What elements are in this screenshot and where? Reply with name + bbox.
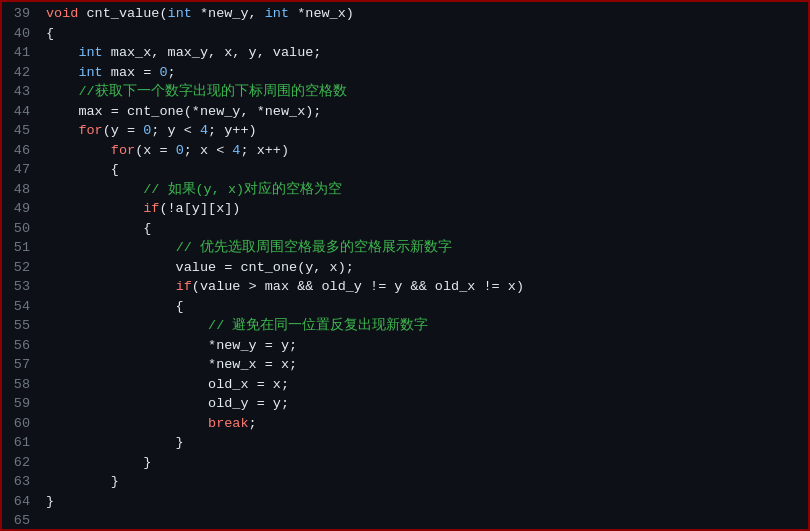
code-token: [46, 143, 111, 158]
line-number: 49: [6, 199, 30, 219]
code-line: {: [46, 160, 800, 180]
code-line: for(y = 0; y < 4; y++): [46, 121, 800, 141]
line-number: 45: [6, 121, 30, 141]
code-line: value = cnt_one(y, x);: [46, 258, 800, 278]
code-token: int: [78, 65, 102, 80]
code-line: *new_y = y;: [46, 336, 800, 356]
code-token: 0: [176, 143, 184, 158]
code-editor: 3940414243444546474849505152535455565758…: [0, 0, 810, 531]
code-token: old_x = x;: [46, 377, 289, 392]
code-token: *new_x): [289, 6, 354, 21]
code-token: int: [168, 6, 192, 21]
code-token: if: [176, 279, 192, 294]
code-token: (x =: [135, 143, 176, 158]
code-line: *new_x = x;: [46, 355, 800, 375]
line-number: 55: [6, 316, 30, 336]
line-number: 43: [6, 82, 30, 102]
line-number: 59: [6, 394, 30, 414]
code-token: *new_y,: [192, 6, 265, 21]
code-token: [46, 45, 78, 60]
line-number: 42: [6, 63, 30, 83]
line-number: 65: [6, 511, 30, 529]
code-token: (value > max && old_y != y && old_x != x…: [192, 279, 524, 294]
code-token: cnt_value(: [78, 6, 167, 21]
code-token: ; x++): [240, 143, 289, 158]
code-token: void: [46, 6, 78, 21]
code-token: ; y <: [151, 123, 200, 138]
code-line: old_y = y;: [46, 394, 800, 414]
code-token: //获取下一个数字出现的下标周围的空格数: [78, 84, 346, 99]
code-line: // 优先选取周围空格最多的空格展示新数字: [46, 238, 800, 258]
code-token: ; y++): [208, 123, 257, 138]
code-token: ;: [168, 65, 176, 80]
code-token: break: [208, 416, 249, 431]
line-number: 64: [6, 492, 30, 512]
code-line: if(!a[y][x]): [46, 199, 800, 219]
code-line: int max_x, max_y, x, y, value;: [46, 43, 800, 63]
code-token: *new_x = x;: [46, 357, 297, 372]
line-number: 53: [6, 277, 30, 297]
code-line: {: [46, 297, 800, 317]
code-token: {: [46, 221, 151, 236]
code-line: void cnt_value(int *new_y, int *new_x): [46, 4, 800, 24]
code-token: [46, 240, 176, 255]
line-number: 44: [6, 102, 30, 122]
code-line: int max = 0;: [46, 63, 800, 83]
line-number: 58: [6, 375, 30, 395]
code-token: ;: [249, 416, 257, 431]
code-line: }: [46, 433, 800, 453]
code-line: if(value > max && old_y != y && old_x !=…: [46, 277, 800, 297]
code-line: {: [46, 219, 800, 239]
code-token: value = cnt_one(y, x);: [46, 260, 354, 275]
code-token: }: [46, 455, 151, 470]
line-number: 50: [6, 219, 30, 239]
code-token: }: [46, 494, 54, 509]
code-token: for: [111, 143, 135, 158]
line-number: 39: [6, 4, 30, 24]
code-token: }: [46, 474, 119, 489]
code-token: max =: [103, 65, 160, 80]
code-token: (y =: [103, 123, 144, 138]
line-number: 56: [6, 336, 30, 356]
code-token: for: [78, 123, 102, 138]
code-line: for(x = 0; x < 4; x++): [46, 141, 800, 161]
code-token: {: [46, 299, 184, 314]
line-number: 41: [6, 43, 30, 63]
code-content[interactable]: void cnt_value(int *new_y, int *new_x){ …: [38, 2, 808, 529]
code-token: old_y = y;: [46, 396, 289, 411]
code-token: {: [46, 26, 54, 41]
code-token: [46, 318, 208, 333]
code-token: [46, 201, 143, 216]
code-line: // 避免在同一位置反复出现新数字: [46, 316, 800, 336]
code-token: if: [143, 201, 159, 216]
line-number: 62: [6, 453, 30, 473]
code-token: [46, 123, 78, 138]
code-line: //获取下一个数字出现的下标周围的空格数: [46, 82, 800, 102]
line-number: 51: [6, 238, 30, 258]
code-token: {: [46, 162, 119, 177]
code-token: [46, 65, 78, 80]
code-line: }: [46, 453, 800, 473]
code-line: old_x = x;: [46, 375, 800, 395]
line-number: 63: [6, 472, 30, 492]
line-number: 46: [6, 141, 30, 161]
code-line: max = cnt_one(*new_y, *new_x);: [46, 102, 800, 122]
code-token: [46, 182, 143, 197]
code-token: ; x <: [184, 143, 233, 158]
code-token: [46, 84, 78, 99]
code-line: }: [46, 492, 800, 512]
code-token: max = cnt_one(*new_y, *new_x);: [46, 104, 321, 119]
line-numbers: 3940414243444546474849505152535455565758…: [2, 2, 38, 529]
code-line: {: [46, 24, 800, 44]
line-number: 57: [6, 355, 30, 375]
line-number: 52: [6, 258, 30, 278]
code-line: // 如果(y, x)对应的空格为空: [46, 180, 800, 200]
code-token: *new_y = y;: [46, 338, 297, 353]
code-line: break;: [46, 414, 800, 434]
code-token: max_x, max_y, x, y, value;: [103, 45, 322, 60]
code-line: }: [46, 472, 800, 492]
code-token: }: [46, 435, 184, 450]
code-area: 3940414243444546474849505152535455565758…: [2, 2, 808, 529]
code-token: [46, 416, 208, 431]
code-token: 0: [159, 65, 167, 80]
